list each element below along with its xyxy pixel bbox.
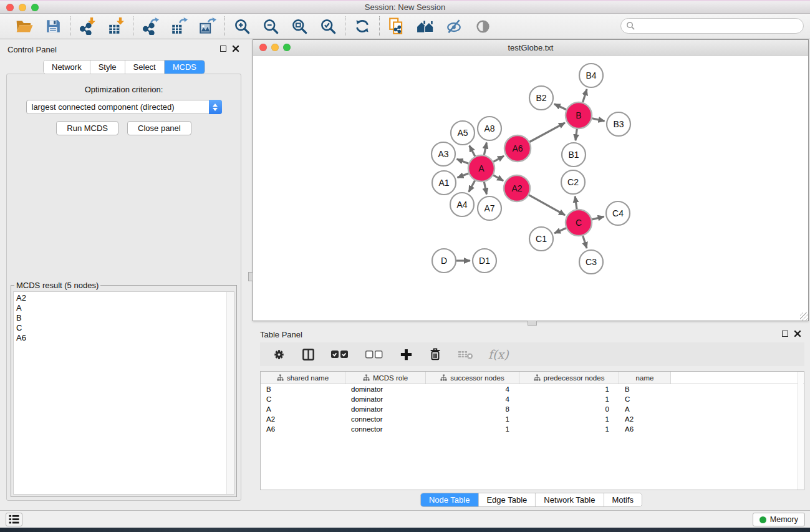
cell-name[interactable]: A <box>619 404 671 414</box>
minimize-window-button[interactable] <box>19 4 26 11</box>
graph-node-C1[interactable]: C1 <box>529 227 553 251</box>
select-all-columns-icon[interactable] <box>329 344 350 364</box>
add-column-plus-icon[interactable] <box>398 344 414 364</box>
mcds-result-item[interactable]: C <box>14 323 234 333</box>
save-session-icon[interactable] <box>42 16 64 36</box>
float-panel-icon[interactable] <box>220 46 226 52</box>
column-header-shared-name[interactable]: shared name <box>261 372 345 384</box>
graph-node-A6[interactable]: A6 <box>504 135 531 162</box>
graph-edge-C-C1[interactable] <box>554 228 566 233</box>
graph-edge-A6-B[interactable] <box>529 123 565 142</box>
network-graph[interactable]: B4B2BB3A8A5A6A3B1AC2A1A2A4A7C4CC1DD1C3 <box>253 56 808 321</box>
graph-edge-A-A3[interactable] <box>457 159 469 163</box>
cell-shared-name[interactable]: A <box>261 404 345 414</box>
graph-node-A4[interactable]: A4 <box>450 193 474 216</box>
graph-node-A7[interactable]: A7 <box>478 196 501 220</box>
tab-style[interactable]: Style <box>90 60 125 74</box>
column-header-name[interactable]: name <box>619 372 671 384</box>
zoom-in-icon[interactable] <box>231 16 253 36</box>
cell-successor-nodes[interactable]: 4 <box>426 394 519 404</box>
import-network-icon[interactable] <box>77 16 98 36</box>
cell-name[interactable]: A2 <box>619 414 671 424</box>
eye-icon[interactable] <box>472 16 493 36</box>
cell-MCDS-role[interactable]: dominator <box>345 394 426 404</box>
refresh-icon[interactable] <box>352 16 373 36</box>
graph-edge-A-A4[interactable] <box>469 180 475 191</box>
mcds-result-item[interactable]: A <box>14 303 234 313</box>
cell-predecessor-nodes[interactable]: 1 <box>519 394 619 404</box>
graph-node-A5[interactable]: A5 <box>451 121 475 145</box>
criterion-select[interactable]: largest connected component (directed) <box>26 100 222 114</box>
zoom-window-button[interactable] <box>31 4 39 11</box>
network-window-titlebar[interactable]: testGlobe.txt <box>253 40 808 56</box>
close-table-panel-icon[interactable] <box>794 330 801 337</box>
run-mcds-button[interactable]: Run MCDS <box>56 121 118 135</box>
cell-name[interactable]: B <box>619 384 671 394</box>
graph-node-D1[interactable]: D1 <box>473 249 496 273</box>
graph-node-A1[interactable]: A1 <box>432 171 456 195</box>
close-panel-icon[interactable] <box>232 45 239 52</box>
cell-successor-nodes[interactable]: 8 <box>426 404 519 414</box>
cell-MCDS-role[interactable]: dominator <box>345 384 426 394</box>
memory-button[interactable]: Memory <box>753 513 805 526</box>
duplicate-network-icon[interactable] <box>386 16 407 36</box>
delete-column-trash-icon[interactable] <box>427 344 443 364</box>
cell-predecessor-nodes[interactable]: 1 <box>519 424 619 434</box>
cell-shared-name[interactable]: C <box>261 394 345 404</box>
cell-MCDS-role[interactable]: dominator <box>345 404 426 414</box>
table-row[interactable]: Cdominator41C <box>261 394 804 404</box>
tab-node-table[interactable]: Node Table <box>421 493 479 506</box>
mcds-result-list[interactable]: A2ABCA6 <box>13 291 234 495</box>
column-header-predecessor-nodes[interactable]: predecessor nodes <box>519 372 619 384</box>
graph-node-A[interactable]: A <box>468 155 494 181</box>
home-icon[interactable] <box>415 16 436 36</box>
export-table-icon[interactable] <box>168 16 190 36</box>
cell-predecessor-nodes[interactable]: 1 <box>519 384 619 394</box>
table-row[interactable]: Bdominator41B <box>261 384 804 394</box>
graph-edge-A2-C[interactable] <box>529 195 565 215</box>
table-scrollbar[interactable] <box>798 372 803 490</box>
mcds-list-scrollbar[interactable] <box>226 292 234 494</box>
unselect-all-columns-icon[interactable] <box>364 344 385 364</box>
graph-edge-C-C3[interactable] <box>583 236 587 248</box>
tab-network-table[interactable]: Network Table <box>536 493 604 506</box>
graph-node-D[interactable]: D <box>432 249 456 273</box>
graph-edge-C-C2[interactable] <box>575 196 577 209</box>
zoom-selected-icon[interactable] <box>317 16 339 36</box>
graph-node-A8[interactable]: A8 <box>478 117 501 140</box>
cell-shared-name[interactable]: A2 <box>261 414 345 424</box>
cell-MCDS-role[interactable]: connector <box>345 424 426 434</box>
cell-successor-nodes[interactable]: 1 <box>426 424 519 434</box>
cell-shared-name[interactable]: A6 <box>261 424 345 434</box>
graph-edge-B-B4[interactable] <box>583 89 587 102</box>
window-resize-grip[interactable] <box>800 312 808 321</box>
cell-predecessor-nodes[interactable]: 1 <box>519 414 619 424</box>
cell-shared-name[interactable]: B <box>261 384 345 394</box>
graph-node-A2[interactable]: A2 <box>504 175 530 201</box>
graph-edge-A-A6[interactable] <box>493 156 504 162</box>
graph-edge-B-B2[interactable] <box>554 104 566 110</box>
table-row[interactable]: A2connector11A2 <box>261 414 804 424</box>
graph-node-B[interactable]: B <box>566 102 592 128</box>
export-network-icon[interactable] <box>140 16 161 36</box>
float-table-panel-icon[interactable] <box>782 331 788 337</box>
tab-network[interactable]: Network <box>44 60 90 74</box>
close-panel-button[interactable]: Close panel <box>127 121 191 135</box>
network-minimize-button[interactable] <box>271 44 279 51</box>
mcds-result-item[interactable]: A2 <box>14 293 234 303</box>
tab-motifs[interactable]: Motifs <box>604 493 642 506</box>
network-close-button[interactable] <box>259 44 267 51</box>
cell-predecessor-nodes[interactable]: 0 <box>519 404 619 414</box>
tab-mcds[interactable]: MCDS <box>165 60 205 74</box>
graph-node-A3[interactable]: A3 <box>432 142 455 166</box>
graph-node-C[interactable]: C <box>566 210 592 236</box>
graph-edge-B-B1[interactable] <box>576 129 577 140</box>
graph-edge-C-C4[interactable] <box>592 216 604 220</box>
task-history-button[interactable] <box>6 513 22 526</box>
tab-select[interactable]: Select <box>125 60 165 74</box>
zoom-out-icon[interactable] <box>260 16 281 36</box>
graph-node-B4[interactable]: B4 <box>579 64 603 87</box>
graph-edge-A-A8[interactable] <box>484 143 486 155</box>
column-header-MCDS-role[interactable]: MCDS role <box>345 372 426 384</box>
graph-edge-A-A7[interactable] <box>484 182 486 195</box>
